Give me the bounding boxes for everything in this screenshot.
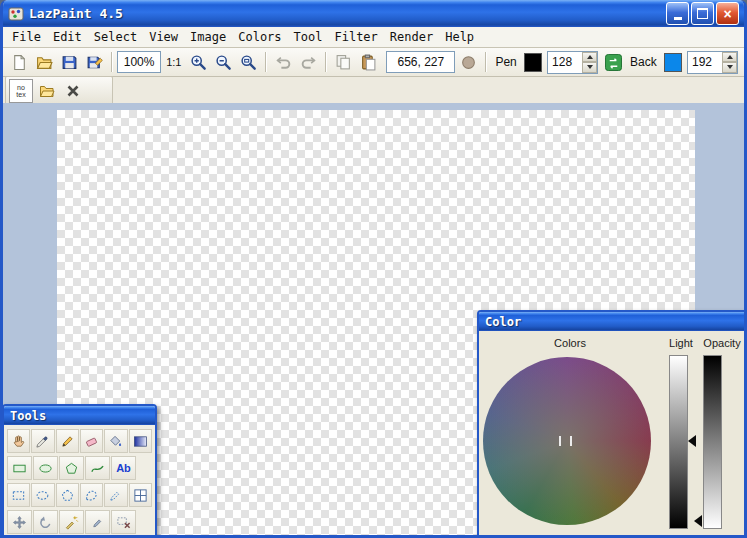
- zoom-original-button[interactable]: 1:1: [162, 50, 185, 75]
- tool-selection-pen[interactable]: [85, 510, 110, 534]
- gradient-icon: [133, 434, 148, 449]
- paste-button[interactable]: [356, 50, 380, 75]
- light-label: Light: [663, 337, 699, 349]
- tool-gradient[interactable]: [129, 429, 152, 453]
- tool-deformation-grid[interactable]: [129, 483, 152, 507]
- spin-down-icon: [587, 65, 593, 69]
- brush-button[interactable]: [456, 50, 480, 75]
- tools-window-title: Tools: [10, 409, 46, 423]
- swap-colors-button[interactable]: [601, 50, 625, 75]
- close-icon: ×: [723, 7, 731, 21]
- tool-magic-wand[interactable]: [59, 510, 84, 534]
- tool-ellipse[interactable]: [33, 456, 58, 480]
- text-icon: Ab: [116, 462, 131, 474]
- redo-button[interactable]: [296, 50, 320, 75]
- pen-value-down-button[interactable]: [582, 62, 597, 73]
- load-texture-button[interactable]: [35, 79, 59, 103]
- zoom-out-icon: [215, 54, 232, 71]
- menu-item-image[interactable]: Image: [184, 28, 232, 46]
- zoom-out-button[interactable]: [211, 50, 235, 75]
- menu-item-view[interactable]: View: [143, 28, 184, 46]
- maximize-button[interactable]: [691, 2, 714, 25]
- back-value-down-button[interactable]: [722, 62, 737, 73]
- no-texture-button[interactable]: no tex: [9, 79, 33, 103]
- title-bar[interactable]: LazPaint 4.5 ×: [3, 0, 744, 27]
- tool-text[interactable]: Ab: [111, 456, 136, 480]
- menu-item-colors[interactable]: Colors: [232, 28, 287, 46]
- opacity-arrow-indicator[interactable]: [694, 515, 702, 527]
- opacity-bar[interactable]: [703, 355, 722, 529]
- back-value-up-button[interactable]: [722, 52, 737, 63]
- menu-item-filter[interactable]: Filter: [328, 28, 383, 46]
- save-button[interactable]: [57, 50, 81, 75]
- new-image-button[interactable]: [7, 50, 31, 75]
- copy-icon: [335, 54, 352, 71]
- pen-value-up-button[interactable]: [582, 52, 597, 63]
- tool-pen[interactable]: [56, 429, 79, 453]
- menu-item-tool[interactable]: Tool: [288, 28, 329, 46]
- menu-item-select[interactable]: Select: [88, 28, 143, 46]
- tool-select-curve[interactable]: [80, 483, 103, 507]
- save-icon: [61, 54, 78, 71]
- tool-select-polygon[interactable]: [56, 483, 79, 507]
- menu-bar: FileEditSelectViewImageColorsToolFilterR…: [3, 27, 744, 48]
- zoom-fit-button[interactable]: [236, 50, 260, 75]
- light-arrow-indicator[interactable]: [688, 435, 696, 447]
- brush-icon: [460, 54, 477, 71]
- tool-color-picker[interactable]: [31, 429, 54, 453]
- back-value-input[interactable]: 192: [688, 52, 722, 73]
- tool-move-selection[interactable]: [7, 510, 32, 534]
- select-curve-icon: [84, 488, 99, 503]
- toolbar-separator: [111, 52, 112, 72]
- paste-icon: [360, 54, 377, 71]
- tool-select-rect[interactable]: [7, 483, 30, 507]
- tool-rotate-selection[interactable]: [33, 510, 58, 534]
- menu-item-file[interactable]: File: [6, 28, 47, 46]
- color-wheel[interactable]: [483, 357, 651, 525]
- tool-flood-fill[interactable]: [104, 429, 127, 453]
- color-window-body: Colors Light Opacity: [479, 331, 747, 538]
- save-as-icon: [86, 54, 103, 71]
- tool-hand[interactable]: [7, 429, 30, 453]
- remove-texture-button[interactable]: [61, 79, 85, 103]
- back-color-swatch[interactable]: [664, 53, 682, 72]
- save-as-button[interactable]: [82, 50, 106, 75]
- tools-window: Tools Ab: [2, 404, 157, 538]
- menu-item-edit[interactable]: Edit: [47, 28, 88, 46]
- tools-window-title-bar[interactable]: Tools: [4, 406, 155, 425]
- color-window: Color Colors Light Opacity: [477, 310, 747, 538]
- tool-rectangle[interactable]: [7, 456, 32, 480]
- minimize-button[interactable]: [666, 2, 689, 25]
- undo-button[interactable]: [271, 50, 295, 75]
- tool-erase-selection[interactable]: [111, 510, 136, 534]
- app-window: LazPaint 4.5 × FileEditSelectViewImageCo…: [0, 0, 747, 538]
- rectangle-icon: [12, 461, 27, 476]
- back-color-label: Back: [626, 55, 661, 69]
- open-button[interactable]: [32, 50, 56, 75]
- copy-button[interactable]: [331, 50, 355, 75]
- zoom-in-button[interactable]: [186, 50, 210, 75]
- select-ellipse-icon: [35, 488, 50, 503]
- tool-eraser[interactable]: [80, 429, 103, 453]
- menu-item-render[interactable]: Render: [384, 28, 439, 46]
- pen-color-label: Pen: [491, 55, 520, 69]
- texture-toolbar: no tex: [3, 77, 744, 105]
- close-button[interactable]: ×: [716, 2, 739, 25]
- curve-icon: [90, 461, 105, 476]
- maximize-icon: [697, 8, 708, 19]
- menu-item-help[interactable]: Help: [439, 28, 480, 46]
- open-icon: [36, 54, 53, 71]
- zoom-input[interactable]: 100%: [117, 51, 161, 73]
- minimize-icon: [674, 17, 682, 20]
- ellipse-icon: [38, 461, 53, 476]
- tool-select-ellipse[interactable]: [31, 483, 54, 507]
- pen-value-input[interactable]: 128: [548, 52, 582, 73]
- zoom-in-icon: [190, 54, 207, 71]
- tool-polygon[interactable]: [59, 456, 84, 480]
- tool-curve[interactable]: [85, 456, 110, 480]
- tool-select-pen[interactable]: [104, 483, 127, 507]
- folder-icon: [39, 83, 55, 99]
- light-bar[interactable]: [669, 355, 688, 529]
- pen-color-swatch[interactable]: [524, 53, 542, 72]
- color-window-title-bar[interactable]: Color: [479, 312, 747, 331]
